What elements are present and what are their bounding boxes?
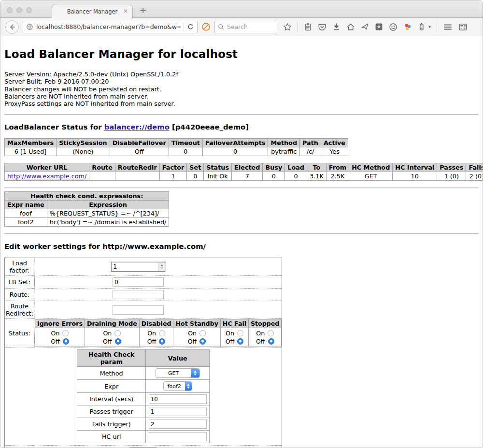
menu-hamburger-icon[interactable] — [443, 23, 453, 31]
radio-disabled-off[interactable] — [159, 338, 165, 345]
select-stepper-icon — [191, 369, 199, 377]
route-redirect-input[interactable] — [113, 305, 164, 315]
status-col-disabled: Disabled — [139, 319, 173, 328]
hc-uri-label: HC uri — [77, 431, 146, 443]
balancer-demo-link[interactable]: balancer://demo — [104, 123, 170, 131]
home-icon[interactable] — [346, 23, 355, 31]
off-label: Off — [51, 338, 60, 345]
col-elected: Elected — [232, 163, 263, 172]
method-label: Method — [77, 367, 146, 380]
radio-hot-standby-off[interactable] — [199, 338, 206, 345]
cell-factor: 1 — [159, 172, 186, 181]
sidebar-panel-icon[interactable] — [458, 23, 468, 31]
expr-row-foof2: foof2 hc('body') =~ /domain is establish… — [5, 218, 169, 227]
search-input[interactable] — [227, 23, 270, 30]
bookmarks-clipboard-icon[interactable] — [304, 23, 312, 31]
pocket-icon[interactable] — [318, 23, 327, 31]
number-spinner[interactable] — [158, 262, 165, 271]
passes-input[interactable] — [149, 407, 207, 416]
radio-hc-fail-off[interactable] — [237, 338, 243, 345]
search-bar[interactable] — [214, 21, 277, 33]
window-controls — [7, 7, 32, 13]
col-status: Status — [204, 163, 232, 172]
search-icon — [218, 24, 225, 30]
radio-hot-standby-on[interactable] — [199, 330, 206, 336]
col-expression: Expression — [47, 201, 169, 209]
browser-window: Balancer Manager × + localhost:8880/bala… — [0, 0, 483, 448]
col-routeredir: RouteRedir — [115, 163, 159, 172]
route-input[interactable] — [113, 290, 164, 299]
persist-note-line: Balancer changes will NOT be persisted o… — [4, 86, 479, 93]
bookmark-star-icon[interactable] — [283, 23, 292, 31]
col-to: To — [307, 163, 327, 172]
cell-method: bytraffic — [268, 147, 300, 156]
expr-row-foof: foof %{REQUEST_STATUS} =~ /^[234]/ — [5, 209, 169, 218]
zoom-window-button[interactable] — [26, 7, 32, 13]
radio-stopped-off[interactable] — [268, 338, 274, 345]
downloads-icon[interactable] — [332, 23, 341, 31]
cell-load: 0 — [285, 172, 307, 181]
radio-stopped-on[interactable] — [268, 330, 274, 336]
minimize-window-button[interactable] — [16, 7, 22, 13]
balancer-status-heading: LoadBalancer Status for balancer://demo … — [4, 123, 479, 131]
url-input[interactable]: localhost:8880/balancer-manager?b=demo&w… — [36, 23, 181, 30]
on-label: On — [188, 330, 197, 337]
content-blocked-icon[interactable] — [201, 22, 211, 31]
server-built-line: Server Built: Feb 9 2016 07:00:20 — [4, 78, 479, 85]
status-col-hot-standby: Hot Standby — [173, 319, 220, 328]
off-label: Off — [147, 338, 156, 345]
col-stickysession: StickySession — [57, 139, 110, 147]
overflow-caret-icon[interactable]: ▼ — [428, 25, 431, 29]
status-label: Status: — [5, 319, 35, 347]
col-from: From — [326, 163, 349, 172]
tab-balancer-manager[interactable]: Balancer Manager × — [52, 4, 133, 18]
radio-ignore-errors-on[interactable] — [62, 330, 69, 336]
battery-extension-icon[interactable] — [418, 23, 426, 31]
col-load: Load — [285, 163, 307, 172]
radio-disabled-on[interactable] — [159, 330, 165, 336]
col-busy: Busy — [263, 163, 285, 172]
fails-input[interactable] — [149, 419, 207, 429]
cell-timeout: 0 — [169, 147, 202, 156]
new-tab-button[interactable]: + — [140, 5, 146, 15]
hc-value-header: Value — [146, 350, 210, 367]
titlebar: Balancer Manager × + — [0, 0, 483, 18]
lb-set-input[interactable] — [113, 277, 164, 287]
expr-select[interactable]: foof2 — [163, 381, 192, 391]
back-button[interactable] — [5, 20, 19, 34]
worker-table: Worker URL Route RouteRedir Factor Set S… — [4, 163, 483, 181]
col-factor: Factor — [159, 163, 186, 172]
cell-status: Init Ok — [204, 172, 232, 181]
expr-value: hc('body') =~ /domain is established/ — [47, 218, 169, 227]
radio-hc-fail-on[interactable] — [237, 330, 243, 336]
tab-title: Balancer Manager — [67, 8, 118, 15]
send-plane-icon[interactable] — [361, 23, 369, 31]
save-to-pocket-icon[interactable] — [375, 23, 383, 31]
interval-label: Interval (secs) — [77, 393, 146, 405]
status-col-hc-fail: HC Fail — [220, 319, 248, 328]
close-window-button[interactable] — [7, 7, 13, 13]
col-method: Method — [268, 139, 300, 147]
interval-input[interactable] — [149, 394, 207, 404]
divider — [4, 233, 479, 234]
feedback-smiley-icon[interactable] — [389, 23, 398, 31]
reload-icon[interactable] — [187, 23, 194, 30]
load-factor-field-wrap — [111, 262, 165, 272]
col-hc-interval: HC Interval — [393, 163, 437, 172]
col-set: Set — [187, 163, 204, 172]
extension-colordots-icon[interactable] — [403, 23, 412, 31]
radio-draining-mode-off[interactable] — [115, 338, 121, 345]
on-label: On — [147, 330, 156, 337]
radio-ignore-errors-off[interactable] — [63, 338, 69, 345]
method-select[interactable]: GET — [156, 368, 200, 378]
tab-close-icon[interactable]: × — [123, 8, 128, 14]
url-bar[interactable]: localhost:8880/balancer-manager?b=demo&w… — [23, 21, 198, 33]
off-label: Off — [256, 338, 265, 345]
col-path: Path — [300, 139, 321, 147]
worker-url-link[interactable]: http://www.example.com/ — [7, 173, 86, 180]
cell-active: Yes — [321, 147, 348, 156]
radio-draining-mode-on[interactable] — [114, 330, 121, 336]
hc-uri-input[interactable] — [149, 432, 207, 441]
load-factor-input[interactable] — [112, 262, 158, 271]
cell-disablefailover: Off — [110, 147, 169, 156]
